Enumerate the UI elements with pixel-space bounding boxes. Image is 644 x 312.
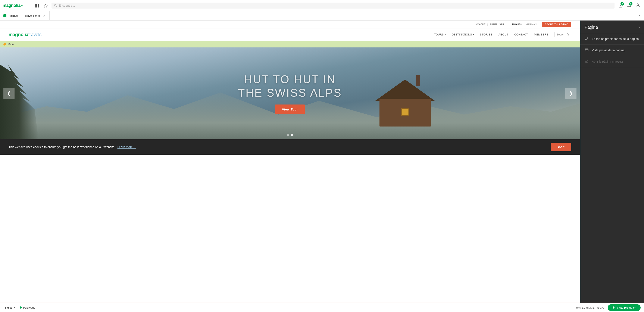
- main-area: LOG OUT | SUPERUSER ENGLISH | GERMAN ABO…: [0, 20, 644, 302]
- svg-rect-4: [36, 5, 38, 6]
- svg-rect-6: [35, 6, 36, 8]
- lang-sep: |: [524, 23, 524, 26]
- pages-icon: [4, 14, 6, 17]
- logout-text[interactable]: LOG OUT: [475, 23, 486, 26]
- slide-indicators: [287, 134, 293, 136]
- active-tab[interactable]: Travel Home ×: [21, 11, 50, 20]
- tab-close-button[interactable]: ×: [42, 14, 46, 18]
- separator-pipe: |: [487, 23, 488, 26]
- search-placeholder: Encuentra...: [59, 4, 75, 7]
- tasks-button[interactable]: 0: [617, 2, 624, 9]
- stories-nav-item[interactable]: STORIES: [480, 33, 492, 36]
- edit-properties-item[interactable]: Editar las propiedades de la página: [580, 33, 644, 45]
- global-search[interactable]: Encuentra...: [52, 2, 614, 8]
- hero-prev-button[interactable]: ❮: [4, 88, 14, 99]
- cookie-message: This website uses cookies to ensure you …: [8, 145, 116, 149]
- notifications-badge: 0: [629, 2, 632, 6]
- top-bar-right: 0 0: [617, 2, 642, 10]
- magnolia-logo: magnolia®: [2, 3, 28, 8]
- contact-nav-item[interactable]: CONTACT: [514, 33, 528, 36]
- notifications-button[interactable]: 0: [626, 2, 632, 9]
- about-nav-item[interactable]: ABOUT: [498, 33, 508, 36]
- top-bar: magnolia® Encuentra... 0: [0, 0, 644, 11]
- travel-nav: magnoliatravels TOURS ▾ DESTINATIONS ▾ S…: [0, 28, 580, 41]
- preview-icon: [584, 48, 589, 52]
- svg-marker-9: [44, 4, 48, 8]
- right-panel: Página › Editar las propiedades de la pá…: [580, 20, 644, 302]
- search-icon: [54, 4, 57, 7]
- divider: [31, 2, 31, 9]
- hero-cabin: [375, 84, 435, 126]
- destinations-nav-item[interactable]: DESTINATIONS ▾: [452, 33, 474, 36]
- tours-nav-item[interactable]: TOURS ▾: [434, 33, 446, 36]
- hero-area: ❮ HUT TO HUT IN THE SWISS ALPS View Tour…: [0, 48, 580, 139]
- tours-label: TOURS: [434, 33, 444, 36]
- svg-line-19: [587, 38, 588, 38]
- nav-search-icon: [566, 33, 570, 36]
- travel-logo: magnoliatravels: [8, 32, 42, 38]
- svg-rect-20: [585, 49, 588, 51]
- pages-tab[interactable]: Páginas: [0, 11, 21, 20]
- svg-rect-0: [35, 4, 36, 5]
- hero-title: HUT TO HUT IN THE SWISS ALPS: [238, 73, 342, 99]
- preview-page-item[interactable]: Vista previa de la página: [580, 45, 644, 56]
- svg-rect-7: [36, 6, 38, 8]
- travel-site: LOG OUT | SUPERUSER ENGLISH | GERMAN ABO…: [0, 20, 580, 302]
- about-demo-button[interactable]: ABOUT THIS DEMO: [542, 22, 571, 27]
- favorites-button[interactable]: [42, 2, 49, 9]
- nav-search[interactable]: Search: [554, 32, 571, 37]
- next-arrow: ❯: [569, 90, 573, 96]
- lang-german[interactable]: GERMAN: [526, 23, 536, 26]
- cabin-body: [380, 99, 431, 126]
- svg-rect-22: [586, 62, 587, 62]
- master-page-icon: [584, 60, 589, 64]
- svg-point-16: [637, 4, 639, 5]
- preview-page-label: Vista previa de la página: [592, 48, 624, 52]
- learn-more-link[interactable]: Learn more ...: [118, 145, 136, 149]
- slide-indicator-1[interactable]: [287, 134, 289, 136]
- svg-rect-8: [38, 6, 39, 8]
- grid-icon: [35, 4, 39, 8]
- cabin-chimney: [416, 75, 420, 86]
- panel-expand-button[interactable]: ›: [638, 25, 640, 30]
- prev-arrow: ❮: [7, 90, 11, 96]
- open-master-item: Abrir la página maestra: [580, 56, 644, 67]
- panel-title: Página: [584, 25, 598, 30]
- nav-search-placeholder: Search: [556, 33, 565, 36]
- preview-area: LOG OUT | SUPERUSER ENGLISH | GERMAN ABO…: [0, 20, 580, 302]
- logo-text: magnolia: [2, 3, 20, 8]
- svg-line-18: [568, 35, 570, 36]
- tours-arrow: ▾: [445, 33, 446, 36]
- hero-title-line1: HUT TO HUT IN: [238, 73, 342, 86]
- main-area-label: Main: [0, 41, 580, 48]
- main-label-text: Main: [8, 42, 14, 46]
- view-tour-button[interactable]: View Tour: [275, 104, 305, 114]
- panel-header: Página ›: [580, 20, 644, 33]
- got-it-button[interactable]: Got it!: [551, 143, 571, 151]
- cookie-bar: This website uses cookies to ensure you …: [0, 139, 580, 155]
- edit-icon: [584, 37, 589, 41]
- user-button[interactable]: [634, 2, 642, 10]
- destinations-label: DESTINATIONS: [452, 33, 472, 36]
- logo-magnolia-part: magnolia: [8, 32, 28, 37]
- members-nav-item[interactable]: MEMBERS: [534, 33, 548, 36]
- edit-properties-label: Editar las propiedades de la página: [592, 37, 639, 40]
- svg-point-17: [567, 33, 568, 35]
- travel-nav-top-right: LOG OUT | SUPERUSER ENGLISH | GERMAN ABO…: [475, 22, 571, 27]
- cabin-window: [401, 108, 409, 116]
- slide-indicator-2[interactable]: [291, 134, 293, 136]
- logo-travels-part: travels: [28, 32, 42, 37]
- expand-icon: ›: [638, 25, 640, 29]
- svg-point-10: [54, 4, 56, 6]
- hero-text: HUT TO HUT IN THE SWISS ALPS View Tour: [238, 73, 342, 114]
- hero-next-button[interactable]: ❯: [565, 88, 576, 99]
- destinations-arrow: ▾: [473, 33, 474, 36]
- panel-close-button[interactable]: ×: [635, 14, 644, 18]
- grid-icon-button[interactable]: [34, 2, 40, 9]
- open-master-label: Abrir la página maestra: [592, 60, 623, 63]
- svg-rect-3: [35, 5, 36, 6]
- cookie-text: This website uses cookies to ensure you …: [8, 145, 136, 149]
- logo-superscript: ®: [21, 4, 23, 7]
- lang-english[interactable]: ENGLISH: [512, 23, 522, 26]
- svg-rect-5: [38, 5, 39, 6]
